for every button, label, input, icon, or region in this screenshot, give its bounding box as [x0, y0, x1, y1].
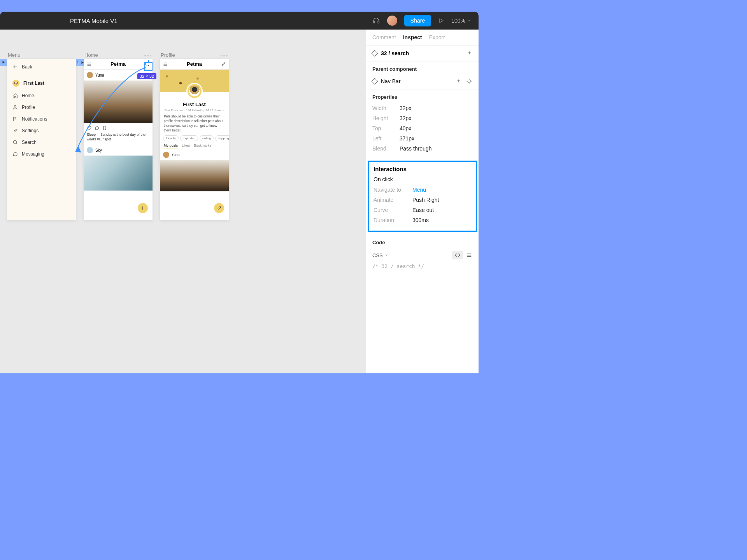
code-label: Code — [366, 235, 479, 247]
post-avatar — [163, 152, 169, 158]
arrow-left-icon — [12, 64, 18, 70]
topbar: PETMA Mobile V1 Share 100% — [0, 12, 479, 30]
app-logo: Petma — [110, 61, 126, 67]
hamburger-icon[interactable] — [163, 62, 168, 66]
frame-handle — [221, 55, 228, 56]
sparkle-icon[interactable] — [456, 79, 461, 84]
post-username: Yuna — [172, 153, 180, 157]
tab-myposts[interactable]: My posts — [164, 144, 178, 149]
post-username: Sky — [95, 148, 102, 152]
profile-bio: Pets should be able to customize their p… — [160, 112, 229, 135]
profile-name: First Last — [160, 102, 229, 107]
dimension-badge: 32 × 32 — [137, 73, 156, 79]
tag[interactable]: napping — [215, 135, 229, 141]
app-window: PETMA Mobile V1 Share 100% Menu Flow 1 — [0, 12, 479, 373]
svg-point-19 — [468, 80, 471, 83]
artboard-menu[interactable]: Back 🐶 First Last Home Profile Noti — [7, 59, 76, 220]
user-pet-icon: 🐶 — [12, 80, 19, 87]
artboard-home[interactable]: Petma Yuna Sleep in Sunday is the best d… — [84, 59, 153, 220]
flag-icon — [12, 116, 18, 122]
chevron-down-icon — [467, 19, 471, 23]
interactions-title: Interactions — [374, 166, 471, 172]
bookmark-icon[interactable] — [102, 126, 107, 130]
code-snippet: /* 32 / search */ — [366, 263, 479, 273]
fab-edit[interactable] — [214, 203, 224, 213]
headphones-icon[interactable] — [372, 17, 380, 24]
navigate-target[interactable]: Menu — [412, 187, 426, 193]
properties-label: Properties — [366, 89, 479, 102]
present-icon[interactable] — [438, 18, 444, 24]
chevron-down-icon — [384, 253, 388, 257]
app-logo: Petma — [187, 61, 202, 67]
code-language-dropdown[interactable]: CSS — [372, 252, 388, 258]
menu-item-profile2[interactable]: Profile — [7, 102, 76, 113]
code-view-button[interactable] — [452, 251, 463, 259]
search-icon — [12, 140, 18, 145]
fab-add[interactable]: + — [138, 203, 148, 213]
frame-handle — [144, 55, 151, 56]
svg-rect-0 — [373, 21, 374, 23]
parent-row[interactable]: Nav Bar — [366, 74, 479, 89]
layer-name: 32 / search — [381, 50, 409, 56]
tab-bookmarks[interactable]: Bookmarks — [194, 144, 211, 149]
zoom-value: 100% — [451, 18, 465, 24]
profile-meta: San Francisco 184 following 611 follower… — [160, 108, 229, 112]
menu-item-messaging[interactable]: Messaging — [7, 148, 76, 160]
profile-tags: friendly exploring eating napping fetch — [160, 135, 229, 141]
component-icon — [372, 50, 378, 57]
menu-item-settings[interactable]: Settings — [7, 125, 76, 136]
menu-item-search[interactable]: Search — [7, 136, 76, 148]
selection-outline — [144, 62, 153, 71]
tab-inspect[interactable]: Inspect — [403, 34, 422, 40]
post-image — [160, 160, 229, 191]
profile-tabs: My posts Likes Bookmarks — [160, 141, 229, 149]
artboard-label-menu[interactable]: Menu — [8, 52, 21, 58]
component-icon — [372, 78, 378, 85]
interaction-trigger: On click — [374, 176, 471, 182]
inspector-tabs: Comment Inspect Export — [366, 30, 479, 46]
svg-point-6 — [14, 105, 16, 107]
canvas[interactable]: Menu Flow 1 Back 🐶 First Last — [0, 30, 366, 373]
post-image — [84, 156, 153, 191]
parent-component-label: Parent component — [366, 61, 479, 74]
properties-list: Width32px Height32px Top40px Left371px B… — [366, 102, 479, 158]
layer-row[interactable]: 32 / search — [366, 46, 479, 61]
inspector-panel: Comment Inspect Export 32 / search Paren… — [366, 30, 479, 373]
sparkle-icon[interactable] — [467, 51, 472, 56]
post-avatar — [87, 72, 93, 78]
target-icon[interactable] — [466, 78, 472, 84]
menu-back[interactable]: Back — [7, 59, 76, 73]
zoom-control[interactable]: 100% — [451, 18, 471, 24]
menu-item-notifications[interactable]: Notifications — [7, 113, 76, 125]
interactions-section: Interactions On click Navigate toMenu An… — [368, 161, 477, 232]
comment-icon[interactable] — [95, 126, 99, 130]
home-icon — [12, 93, 18, 98]
edit-icon[interactable] — [221, 62, 226, 66]
svg-marker-2 — [440, 19, 443, 23]
tab-comment[interactable]: Comment — [372, 34, 396, 40]
artboard-profile[interactable]: Petma First Last San Francisco 184 follo… — [160, 59, 229, 220]
hamburger-icon[interactable] — [87, 62, 91, 66]
artboard-label-home[interactable]: Home — [84, 52, 98, 58]
tag[interactable]: eating — [200, 135, 214, 141]
post-image — [84, 80, 153, 123]
tag[interactable]: friendly — [163, 135, 179, 141]
tab-likes[interactable]: Likes — [182, 144, 190, 149]
menu-item-home[interactable]: Home — [7, 90, 76, 102]
tab-export[interactable]: Export — [429, 34, 445, 40]
svg-point-8 — [13, 140, 16, 144]
flow-play-icon[interactable] — [0, 59, 7, 66]
artboard-label-profile[interactable]: Profile — [161, 52, 175, 58]
profile-avatar — [186, 83, 203, 99]
post-avatar — [87, 147, 93, 153]
svg-line-9 — [16, 143, 17, 144]
svg-rect-1 — [378, 21, 379, 23]
post-actions — [84, 123, 153, 133]
post-username: Yuna — [95, 73, 104, 77]
heart-icon[interactable] — [87, 126, 91, 130]
tag[interactable]: exploring — [180, 135, 198, 141]
user-avatar[interactable] — [387, 16, 397, 26]
share-button[interactable]: Share — [404, 15, 431, 26]
list-icon[interactable] — [466, 252, 472, 258]
menu-item-profile[interactable]: 🐶 First Last — [7, 77, 76, 90]
